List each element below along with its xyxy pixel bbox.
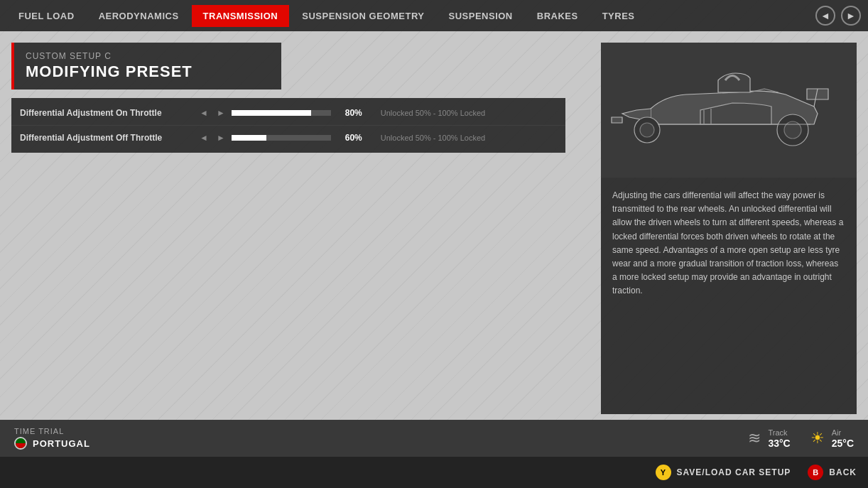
- tab-transmission[interactable]: Transmission: [192, 5, 290, 27]
- tab-tyres[interactable]: Tyres: [591, 5, 646, 27]
- decrement-on-throttle[interactable]: ◄: [197, 107, 210, 119]
- tab-aerodynamics[interactable]: Aerodynamics: [87, 5, 190, 27]
- track-label-group: Track 33°C: [768, 428, 790, 449]
- save-load-label: SAVE/LOAD CAR SETUP: [677, 467, 791, 477]
- air-label: Air: [832, 428, 854, 437]
- settings-table: Differential Adjustment On Throttle ◄ ► …: [11, 98, 565, 153]
- slider-on-throttle[interactable]: [232, 110, 331, 116]
- setting-controls-on-throttle: ◄ ► 80%: [197, 107, 362, 119]
- sun-icon: ☀: [810, 429, 825, 448]
- status-mode: Time Trial: [14, 427, 90, 435]
- nav-tabs: Fuel Load Aerodynamics Transmission Susp…: [7, 5, 815, 27]
- action-bar: Y SAVE/LOAD CAR SETUP B BACK: [0, 457, 868, 488]
- tab-suspension[interactable]: Suspension: [438, 5, 524, 27]
- b-button-icon: B: [808, 465, 823, 480]
- preset-subtitle: Custom Setup C: [26, 51, 270, 61]
- svg-point-2: [640, 123, 654, 137]
- setting-value-off-throttle: 60%: [335, 133, 362, 143]
- status-country: PORTUGAL: [33, 438, 90, 449]
- prev-icon[interactable]: ◄: [815, 6, 835, 26]
- portugal-flag: [14, 437, 27, 450]
- track-label: Track: [768, 428, 790, 437]
- setting-name-on-throttle: Differential Adjustment On Throttle: [20, 108, 190, 118]
- page-wrapper: Fuel Load Aerodynamics Transmission Susp…: [0, 0, 868, 488]
- slider-off-throttle[interactable]: [232, 135, 331, 141]
- decrement-off-throttle[interactable]: ◄: [197, 131, 210, 144]
- track-temp: 33°C: [768, 438, 790, 449]
- main-content: Custom Setup C MODIFYING PRESET Differen…: [0, 31, 868, 420]
- info-text-box: Adjusting the cars differential will aff…: [601, 178, 857, 414]
- increment-on-throttle[interactable]: ►: [215, 107, 227, 119]
- slider-fill-off-throttle: [232, 135, 266, 141]
- setting-row-off-throttle: Differential Adjustment Off Throttle ◄ ►…: [11, 126, 565, 150]
- air-weather: ☀ Air 25°C: [810, 428, 854, 449]
- air-temp: 25°C: [832, 438, 854, 449]
- right-panel: Adjusting the cars differential will aff…: [601, 43, 857, 414]
- setting-range-on-throttle: Unlocked 50% - 100% Locked: [381, 109, 485, 117]
- car-image-box: [601, 43, 857, 178]
- status-bar: Time Trial PORTUGAL ≋ Track 33°C ☀ Air 2…: [0, 420, 868, 457]
- setting-controls-off-throttle: ◄ ► 60%: [197, 131, 362, 144]
- back-label: BACK: [829, 467, 857, 477]
- track-weather: ≋ Track 33°C: [748, 428, 790, 449]
- status-right: ≋ Track 33°C ☀ Air 25°C: [748, 428, 854, 449]
- car-illustration: [608, 53, 850, 167]
- tab-brakes[interactable]: Brakes: [526, 5, 590, 27]
- track-heat-icon: ≋: [748, 429, 761, 448]
- nav-bar: Fuel Load Aerodynamics Transmission Susp…: [0, 0, 868, 31]
- setting-name-off-throttle: Differential Adjustment Off Throttle: [20, 133, 190, 143]
- y-button-icon: Y: [656, 465, 671, 480]
- status-left: Time Trial PORTUGAL: [14, 427, 90, 450]
- setting-range-off-throttle: Unlocked 50% - 100% Locked: [381, 134, 485, 142]
- tab-suspension-geometry[interactable]: Suspension Geometry: [291, 5, 435, 27]
- air-label-group: Air 25°C: [832, 428, 854, 449]
- back-button[interactable]: B BACK: [808, 465, 857, 480]
- increment-off-throttle[interactable]: ►: [215, 131, 227, 144]
- save-load-button[interactable]: Y SAVE/LOAD CAR SETUP: [656, 465, 791, 480]
- info-text: Adjusting the cars differential will aff…: [612, 190, 843, 295]
- setting-row-on-throttle: Differential Adjustment On Throttle ◄ ► …: [11, 101, 565, 126]
- nav-icons: ◄ ►: [815, 6, 861, 26]
- preset-header: Custom Setup C MODIFYING PRESET: [11, 43, 281, 90]
- slider-fill-on-throttle: [232, 110, 311, 116]
- tab-fuel-load[interactable]: Fuel Load: [7, 5, 86, 27]
- status-location: PORTUGAL: [14, 437, 90, 450]
- left-panel: Custom Setup C MODIFYING PRESET Differen…: [11, 43, 590, 414]
- preset-title: MODIFYING PRESET: [26, 63, 270, 81]
- setting-value-on-throttle: 80%: [335, 108, 362, 118]
- next-icon[interactable]: ►: [841, 6, 861, 26]
